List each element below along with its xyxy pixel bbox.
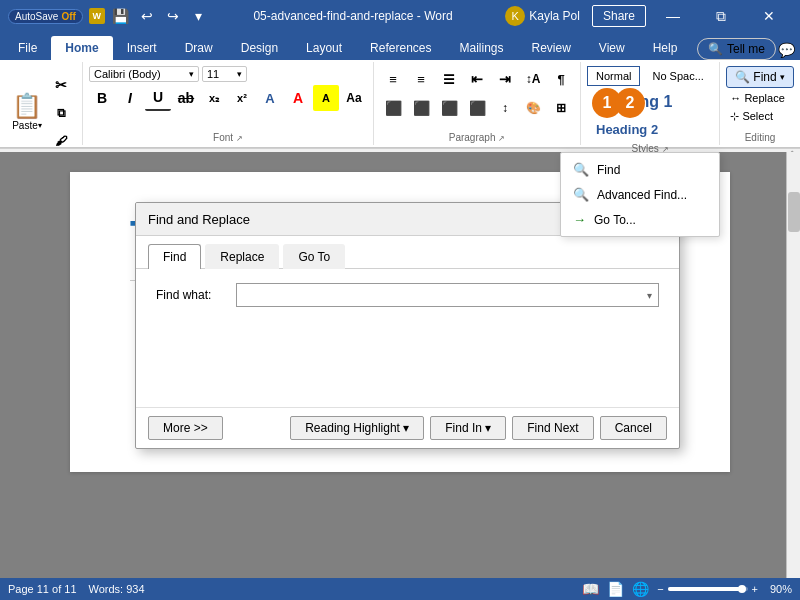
tab-file[interactable]: File [4, 36, 51, 60]
user-name: Kayla Pol [529, 9, 580, 23]
reading-highlight-button[interactable]: Reading Highlight ▾ [290, 416, 424, 440]
zoom-out-button[interactable]: − [657, 583, 663, 595]
align-center-button[interactable]: ⬛ [408, 95, 434, 121]
find-what-input[interactable]: ▾ [236, 283, 659, 307]
replace-button[interactable]: ↔ Replace [726, 90, 788, 106]
scrollbar[interactable] [786, 152, 800, 578]
borders-button[interactable]: ⊞ [548, 95, 574, 121]
paragraph-group: ≡ ≡ ☰ ⇤ ⇥ ↕A ¶ ⬛ ⬛ ⬛ ⬛ ↕ 🎨 [374, 62, 581, 145]
tab-view[interactable]: View [585, 36, 639, 60]
dialog-footer: More >> Reading Highlight ▾ Find In ▾ Fi… [136, 407, 679, 448]
paragraph-group-label: Paragraph ↗ [449, 130, 505, 145]
tab-layout[interactable]: Layout [292, 36, 356, 60]
align-left-button[interactable]: ⬛ [380, 95, 406, 121]
redo-button[interactable]: ↪ [163, 6, 183, 26]
view-icon-layout[interactable]: 📄 [607, 581, 624, 597]
show-hide-button[interactable]: ¶ [548, 66, 574, 92]
tab-help[interactable]: Help [639, 36, 692, 60]
find-menu-search-icon: 🔍 [573, 162, 589, 177]
tab-mailings[interactable]: Mailings [445, 36, 517, 60]
close-button[interactable]: ✕ [746, 0, 792, 32]
italic-button[interactable]: I [117, 85, 143, 111]
find-menu-item-advanced[interactable]: 🔍 Advanced Find... [561, 182, 719, 207]
shading-button[interactable]: 🎨 [520, 95, 546, 121]
tab-home[interactable]: Home [51, 36, 112, 60]
bold-button[interactable]: B [89, 85, 115, 111]
paragraph-expand-icon[interactable]: ↗ [498, 134, 505, 143]
view-icon-web[interactable]: 🌐 [632, 581, 649, 597]
decrease-indent-button[interactable]: ⇤ [464, 66, 490, 92]
comments-button[interactable]: 💬 [776, 40, 796, 60]
zoom-in-button[interactable]: + [752, 583, 758, 595]
dialog-title: Find and Replace [148, 212, 250, 227]
text-effects-button[interactable]: A [257, 85, 283, 111]
bullets-button[interactable]: ≡ [380, 66, 406, 92]
copy-button[interactable]: ⧉ [48, 100, 74, 126]
find-next-button[interactable]: Find Next [512, 416, 593, 440]
autosave-toggle[interactable]: AutoSave Off [8, 9, 83, 24]
no-spacing-style[interactable]: No Spac... [643, 66, 712, 86]
advanced-find-icon: 🔍 [573, 187, 589, 202]
numbering-button[interactable]: ≡ [408, 66, 434, 92]
dialog-tab-goto[interactable]: Go To [283, 244, 345, 269]
cut-button[interactable]: ✂ [48, 72, 74, 98]
save-button[interactable]: 💾 [111, 6, 131, 26]
strikethrough-button[interactable]: ab [173, 85, 199, 111]
find-menu-item-goto[interactable]: → Go To... [561, 207, 719, 232]
font-size-arrow: ▾ [237, 69, 242, 79]
dialog-tab-replace[interactable]: Replace [205, 244, 279, 269]
view-icon-read[interactable]: 📖 [582, 581, 599, 597]
share-button[interactable]: Share [592, 5, 646, 27]
tab-design[interactable]: Design [227, 36, 292, 60]
cancel-button[interactable]: Cancel [600, 416, 667, 440]
paste-button[interactable]: 📋 Paste ▾ [8, 90, 46, 133]
autosave-label: AutoSave [15, 11, 58, 22]
page-status: Page 11 of 11 [8, 583, 77, 595]
select-button[interactable]: ⊹ Select [726, 108, 777, 125]
text-color-button[interactable]: A [285, 85, 311, 111]
align-right-button[interactable]: ⬛ [436, 95, 462, 121]
title-bar-left: AutoSave Off W 💾 ↩ ↪ ▾ [8, 6, 209, 26]
step-badge-2-container: 2 [615, 88, 645, 118]
find-in-button[interactable]: Find In ▾ [430, 416, 506, 440]
user-button[interactable]: K Kayla Pol [497, 2, 588, 30]
status-left: Page 11 of 11 Words: 934 [8, 583, 145, 595]
minimize-button[interactable]: — [650, 0, 696, 32]
sort-button[interactable]: ↕A [520, 66, 546, 92]
tab-insert[interactable]: Insert [113, 36, 171, 60]
customize-qat-button[interactable]: ▾ [189, 6, 209, 26]
find-what-row: Find what: ▾ [156, 283, 659, 307]
subscript-button[interactable]: x₂ [201, 85, 227, 111]
multilevel-list-button[interactable]: ☰ [436, 66, 462, 92]
find-input-arrow[interactable]: ▾ [647, 290, 652, 301]
highlight-button[interactable]: A [313, 85, 339, 111]
status-bar: Page 11 of 11 Words: 934 📖 📄 🌐 − + 90% [0, 578, 800, 600]
more-button[interactable]: More >> [148, 416, 223, 440]
font-size-dropdown[interactable]: 11 ▾ [202, 66, 247, 82]
find-what-label: Find what: [156, 288, 228, 302]
undo-button[interactable]: ↩ [137, 6, 157, 26]
restore-button[interactable]: ⧉ [698, 0, 744, 32]
heading2-style[interactable]: Heading 2 [587, 118, 667, 141]
tab-draw[interactable]: Draw [171, 36, 227, 60]
find-menu-item-find[interactable]: 🔍 Find [561, 157, 719, 182]
increase-indent-button[interactable]: ⇥ [492, 66, 518, 92]
dialog-tab-find[interactable]: Find [148, 244, 201, 269]
superscript-button[interactable]: x² [229, 85, 255, 111]
font-name-dropdown[interactable]: Calibri (Body) ▾ [89, 66, 199, 82]
normal-style[interactable]: Normal [587, 66, 640, 86]
line-spacing-button[interactable]: ↕ [492, 95, 518, 121]
scrollbar-thumb[interactable] [788, 192, 800, 232]
font-expand-icon[interactable]: ↗ [236, 134, 243, 143]
tab-references[interactable]: References [356, 36, 445, 60]
underline-button[interactable]: U [145, 85, 171, 111]
tell-me-input[interactable]: 🔍 Tell me [697, 38, 776, 60]
find-button[interactable]: 🔍 Find ▾ [726, 66, 793, 88]
zoom-control[interactable]: − + 90% [657, 583, 792, 595]
format-painter-button[interactable]: 🖌 [48, 128, 74, 154]
tell-me-label: Tell me [727, 42, 765, 56]
justify-button[interactable]: ⬛ [464, 95, 490, 121]
search-icon: 🔍 [735, 70, 750, 84]
change-case-button[interactable]: Aa [341, 85, 367, 111]
tab-review[interactable]: Review [518, 36, 585, 60]
